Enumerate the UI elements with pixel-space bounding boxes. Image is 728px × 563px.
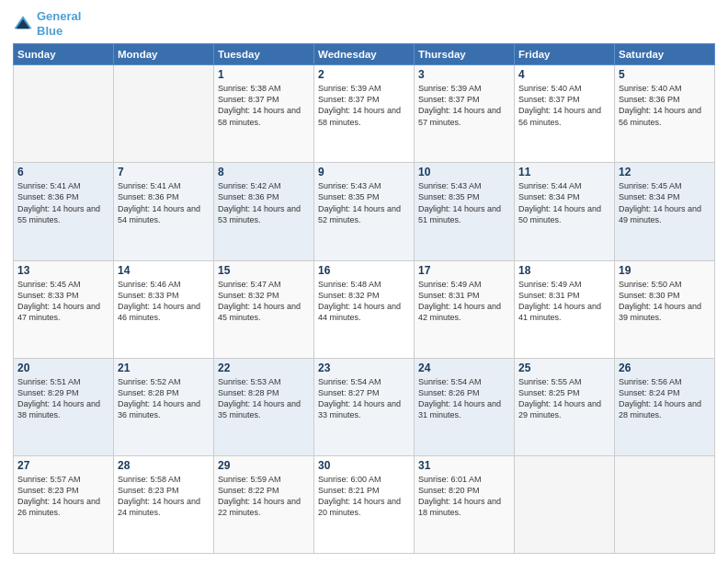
calendar-cell: 27 Sunrise: 5:57 AMSunset: 8:23 PMDaylig… [14, 455, 114, 553]
day-number: 20 [17, 362, 109, 374]
calendar-cell: 13 Sunrise: 5:45 AMSunset: 8:33 PMDaylig… [14, 260, 114, 358]
cell-content: Sunrise: 5:39 AMSunset: 8:37 PMDaylight:… [418, 84, 501, 126]
cell-content: Sunrise: 5:50 AMSunset: 8:30 PMDaylight:… [619, 280, 701, 322]
calendar-cell: 29 Sunrise: 5:59 AMSunset: 8:22 PMDaylig… [214, 455, 314, 553]
day-number: 23 [318, 362, 410, 374]
calendar-cell: 31 Sunrise: 6:01 AMSunset: 8:20 PMDaylig… [415, 455, 515, 553]
day-number: 2 [318, 68, 410, 81]
day-number: 16 [318, 264, 410, 277]
cell-content: Sunrise: 5:59 AMSunset: 8:22 PMDaylight:… [218, 475, 301, 517]
day-number: 15 [218, 264, 310, 277]
calendar-cell: 5 Sunrise: 5:40 AMSunset: 8:36 PMDayligh… [615, 65, 715, 163]
cell-content: Sunrise: 5:46 AMSunset: 8:33 PMDaylight:… [118, 280, 200, 322]
cell-content: Sunrise: 5:54 AMSunset: 8:27 PMDaylight:… [318, 377, 401, 419]
calendar-cell: 3 Sunrise: 5:39 AMSunset: 8:37 PMDayligh… [415, 65, 515, 163]
calendar-cell: 14 Sunrise: 5:46 AMSunset: 8:33 PMDaylig… [114, 260, 214, 358]
calendar-cell: 20 Sunrise: 5:51 AMSunset: 8:29 PMDaylig… [14, 358, 114, 455]
calendar-cell: 19 Sunrise: 5:50 AMSunset: 8:30 PMDaylig… [615, 260, 715, 358]
day-number: 14 [118, 264, 210, 277]
day-number: 5 [619, 68, 711, 81]
cell-content: Sunrise: 5:51 AMSunset: 8:29 PMDaylight:… [17, 377, 100, 419]
calendar-cell: 8 Sunrise: 5:42 AMSunset: 8:36 PMDayligh… [214, 163, 314, 260]
day-number: 24 [418, 362, 510, 374]
cell-content: Sunrise: 5:43 AMSunset: 8:35 PMDaylight:… [418, 181, 501, 224]
day-number: 31 [418, 459, 510, 472]
cell-content: Sunrise: 5:58 AMSunset: 8:23 PMDaylight:… [118, 475, 200, 517]
day-number: 6 [17, 166, 109, 178]
cell-content: Sunrise: 5:49 AMSunset: 8:31 PMDaylight:… [518, 280, 601, 322]
cell-content: Sunrise: 5:56 AMSunset: 8:24 PMDaylight:… [619, 377, 701, 419]
cell-content: Sunrise: 5:53 AMSunset: 8:28 PMDaylight:… [218, 377, 301, 419]
calendar-week-row: 1 Sunrise: 5:38 AMSunset: 8:37 PMDayligh… [14, 65, 715, 163]
cell-content: Sunrise: 5:45 AMSunset: 8:34 PMDaylight:… [619, 181, 701, 224]
calendar-cell: 25 Sunrise: 5:55 AMSunset: 8:25 PMDaylig… [515, 358, 615, 455]
cell-content: Sunrise: 5:44 AMSunset: 8:34 PMDaylight:… [518, 181, 601, 224]
calendar-cell: 7 Sunrise: 5:41 AMSunset: 8:36 PMDayligh… [114, 163, 214, 260]
calendar-day-header: Thursday [415, 44, 515, 65]
calendar-cell: 28 Sunrise: 5:58 AMSunset: 8:23 PMDaylig… [114, 455, 214, 553]
day-number: 11 [518, 166, 610, 178]
calendar-cell: 4 Sunrise: 5:40 AMSunset: 8:37 PMDayligh… [515, 65, 615, 163]
calendar-cell: 11 Sunrise: 5:44 AMSunset: 8:34 PMDaylig… [515, 163, 615, 260]
cell-content: Sunrise: 6:00 AMSunset: 8:21 PMDaylight:… [318, 475, 401, 517]
calendar-day-header: Tuesday [214, 44, 314, 65]
logo-text: General Blue [37, 9, 81, 38]
cell-content: Sunrise: 5:52 AMSunset: 8:28 PMDaylight:… [118, 377, 200, 419]
calendar-day-header: Monday [114, 44, 214, 65]
cell-content: Sunrise: 5:40 AMSunset: 8:37 PMDaylight:… [518, 84, 601, 126]
calendar-week-row: 27 Sunrise: 5:57 AMSunset: 8:23 PMDaylig… [14, 455, 715, 553]
calendar-day-header: Saturday [615, 44, 715, 65]
calendar-week-row: 20 Sunrise: 5:51 AMSunset: 8:29 PMDaylig… [14, 358, 715, 455]
cell-content: Sunrise: 5:43 AMSunset: 8:35 PMDaylight:… [318, 181, 401, 224]
day-number: 22 [218, 362, 310, 374]
calendar-cell: 12 Sunrise: 5:45 AMSunset: 8:34 PMDaylig… [615, 163, 715, 260]
calendar-cell: 17 Sunrise: 5:49 AMSunset: 8:31 PMDaylig… [415, 260, 515, 358]
calendar-cell: 16 Sunrise: 5:48 AMSunset: 8:32 PMDaylig… [314, 260, 415, 358]
page: General Blue SundayMondayTuesdayWednesda… [0, 0, 728, 563]
calendar-header-row: SundayMondayTuesdayWednesdayThursdayFrid… [14, 44, 715, 65]
day-number: 26 [619, 362, 711, 374]
cell-content: Sunrise: 5:47 AMSunset: 8:32 PMDaylight:… [218, 280, 301, 322]
day-number: 9 [318, 166, 410, 178]
header: General Blue [13, 9, 715, 38]
day-number: 21 [118, 362, 210, 374]
cell-content: Sunrise: 5:42 AMSunset: 8:36 PMDaylight:… [218, 181, 301, 224]
day-number: 7 [118, 166, 210, 178]
cell-content: Sunrise: 5:45 AMSunset: 8:33 PMDaylight:… [17, 280, 100, 322]
calendar-cell [114, 65, 214, 163]
calendar-cell: 24 Sunrise: 5:54 AMSunset: 8:26 PMDaylig… [415, 358, 515, 455]
cell-content: Sunrise: 5:49 AMSunset: 8:31 PMDaylight:… [418, 280, 501, 322]
day-number: 19 [619, 264, 711, 277]
day-number: 29 [218, 459, 310, 472]
cell-content: Sunrise: 5:57 AMSunset: 8:23 PMDaylight:… [17, 475, 100, 517]
calendar-week-row: 6 Sunrise: 5:41 AMSunset: 8:36 PMDayligh… [14, 163, 715, 260]
day-number: 27 [17, 459, 109, 472]
day-number: 8 [218, 166, 310, 178]
cell-content: Sunrise: 5:40 AMSunset: 8:36 PMDaylight:… [619, 84, 701, 126]
calendar-cell: 21 Sunrise: 5:52 AMSunset: 8:28 PMDaylig… [114, 358, 214, 455]
cell-content: Sunrise: 5:41 AMSunset: 8:36 PMDaylight:… [17, 181, 100, 224]
cell-content: Sunrise: 5:48 AMSunset: 8:32 PMDaylight:… [318, 280, 401, 322]
calendar-day-header: Sunday [14, 44, 114, 65]
calendar-cell [14, 65, 114, 163]
cell-content: Sunrise: 5:55 AMSunset: 8:25 PMDaylight:… [518, 377, 601, 419]
cell-content: Sunrise: 5:41 AMSunset: 8:36 PMDaylight:… [118, 181, 200, 224]
day-number: 17 [418, 264, 510, 277]
cell-content: Sunrise: 6:01 AMSunset: 8:20 PMDaylight:… [418, 475, 501, 517]
calendar-cell: 6 Sunrise: 5:41 AMSunset: 8:36 PMDayligh… [14, 163, 114, 260]
logo: General Blue [13, 9, 81, 38]
day-number: 12 [619, 166, 711, 178]
day-number: 28 [118, 459, 210, 472]
calendar-table: SundayMondayTuesdayWednesdayThursdayFrid… [13, 43, 715, 554]
day-number: 18 [518, 264, 610, 277]
calendar-cell: 15 Sunrise: 5:47 AMSunset: 8:32 PMDaylig… [214, 260, 314, 358]
calendar-cell: 9 Sunrise: 5:43 AMSunset: 8:35 PMDayligh… [314, 163, 415, 260]
calendar-day-header: Wednesday [314, 44, 415, 65]
calendar-cell: 30 Sunrise: 6:00 AMSunset: 8:21 PMDaylig… [314, 455, 415, 553]
calendar-cell [615, 455, 715, 553]
cell-content: Sunrise: 5:54 AMSunset: 8:26 PMDaylight:… [418, 377, 501, 419]
logo-icon [13, 14, 33, 34]
day-number: 3 [418, 68, 510, 81]
day-number: 1 [218, 68, 310, 81]
calendar-cell: 18 Sunrise: 5:49 AMSunset: 8:31 PMDaylig… [515, 260, 615, 358]
